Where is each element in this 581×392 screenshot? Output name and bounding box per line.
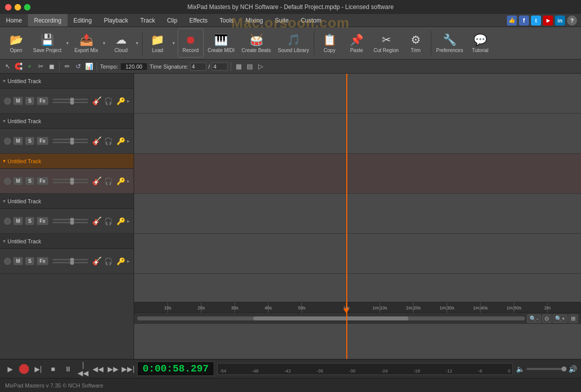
- pencil-tool-icon[interactable]: ✏: [63, 62, 72, 71]
- grid-snap-icon[interactable]: ▦: [234, 62, 243, 71]
- zoom-in-button[interactable]: 🔍+: [552, 314, 567, 323]
- track-4-solo[interactable]: S: [25, 217, 35, 225]
- track-2-more-icon[interactable]: ▸: [127, 138, 130, 144]
- track-5-mute[interactable]: M: [13, 257, 23, 265]
- track-3-key-icon[interactable]: 🔑: [117, 177, 125, 185]
- menu-recording[interactable]: Recording: [28, 14, 68, 27]
- rewind-button[interactable]: ◀◀: [92, 363, 104, 375]
- track-2-record[interactable]: [4, 138, 11, 145]
- create-midi-button[interactable]: 🎹 Create MIDI: [205, 29, 238, 58]
- sound-library-button[interactable]: 🎵 Sound Library: [275, 29, 312, 58]
- track-1-headphone-icon[interactable]: 🎧: [104, 97, 113, 105]
- beat-grid-icon[interactable]: ▤: [245, 62, 254, 71]
- copy-button[interactable]: 📋 Copy: [316, 29, 342, 58]
- track-5-pan-slider[interactable]: [53, 262, 88, 263]
- track-1-mute[interactable]: M: [13, 97, 23, 105]
- track-5-solo[interactable]: S: [25, 257, 35, 265]
- youtube-icon[interactable]: ▶: [543, 16, 553, 26]
- save-project-button[interactable]: 💾 Save Project: [30, 29, 65, 58]
- zoom-fit-button[interactable]: ⊙: [542, 314, 551, 323]
- track-1-pan-slider[interactable]: [53, 102, 88, 103]
- menu-mixing[interactable]: Mixing: [240, 14, 269, 27]
- menu-suite[interactable]: Suite: [269, 14, 295, 27]
- fast-forward-button[interactable]: ▶▶: [107, 363, 119, 375]
- track-4-instrument-icon[interactable]: 🎸: [92, 216, 102, 226]
- track-4-header[interactable]: ▾ Untitled Track: [0, 194, 134, 209]
- track-3-instrument-icon[interactable]: 🎸: [92, 176, 102, 186]
- track-4-volume-slider[interactable]: [53, 219, 88, 220]
- open-button[interactable]: 📂 Open: [3, 29, 29, 58]
- track-3-solo[interactable]: S: [25, 177, 35, 185]
- zoom-out-button[interactable]: 🔍-: [527, 314, 541, 323]
- cloud-button[interactable]: ☁ Cloud: [108, 29, 134, 58]
- facebook-icon[interactable]: f: [519, 16, 529, 26]
- track-5-headphone-icon[interactable]: 🎧: [104, 257, 113, 265]
- split-tool-icon[interactable]: ✂: [36, 62, 45, 71]
- cursor-tool-icon[interactable]: ↖: [3, 62, 12, 71]
- track-3-fx[interactable]: Fx: [37, 177, 49, 185]
- maximize-button[interactable]: [24, 4, 31, 11]
- timeline-lane-4[interactable]: [134, 194, 581, 234]
- track-1-key-icon[interactable]: 🔑: [117, 97, 125, 105]
- save-project-dropdown[interactable]: ▼: [65, 29, 71, 58]
- track-5-record[interactable]: [4, 258, 11, 265]
- menu-track[interactable]: Track: [134, 14, 161, 27]
- timeline-area[interactable]: 10s 20s 30s 40s 50s 1m 1m;10s 1m;20s 1m;…: [134, 74, 581, 359]
- smart-grid-icon[interactable]: ▷: [256, 62, 265, 71]
- cloud-dropdown[interactable]: ▼: [134, 29, 140, 58]
- track-4-key-icon[interactable]: 🔑: [117, 217, 125, 225]
- load-button[interactable]: 📁 Load: [145, 29, 171, 58]
- track-3-record[interactable]: [4, 178, 11, 185]
- track-1-more-icon[interactable]: ▸: [127, 98, 130, 104]
- timeline-lane-5[interactable]: [134, 234, 581, 274]
- track-4-headphone-icon[interactable]: 🎧: [104, 217, 113, 225]
- timeline-lane-3[interactable]: [134, 154, 581, 194]
- menu-custom[interactable]: Custom: [295, 14, 327, 27]
- menu-editing[interactable]: Editing: [68, 14, 98, 27]
- track-5-key-icon[interactable]: 🔑: [117, 257, 125, 265]
- record-button[interactable]: ⏺ Record: [178, 29, 204, 58]
- paste-button[interactable]: 📌 Paste: [343, 29, 369, 58]
- track-2-solo[interactable]: S: [25, 137, 35, 145]
- track-4-fx[interactable]: Fx: [37, 217, 49, 225]
- timeline-lane-1[interactable]: [134, 74, 581, 114]
- magnet-tool-icon[interactable]: 🧲: [14, 62, 23, 71]
- timeline-scrollbar[interactable]: [137, 316, 525, 320]
- pause-button[interactable]: ⏸: [62, 363, 74, 375]
- time-sig-numerator[interactable]: [190, 63, 206, 71]
- track-1-solo[interactable]: S: [25, 97, 35, 105]
- track-2-instrument-icon[interactable]: 🎸: [92, 136, 102, 146]
- linkedin-icon[interactable]: in: [555, 16, 565, 26]
- step-forward-button[interactable]: ▶|: [32, 363, 44, 375]
- zoom-reset-button[interactable]: ⊞: [568, 314, 578, 323]
- twitter-icon[interactable]: t: [531, 16, 541, 26]
- menu-effects[interactable]: Effects: [183, 14, 213, 27]
- track-1-instrument-icon[interactable]: 🎸: [92, 96, 102, 106]
- mute-tool-icon[interactable]: ◼: [47, 62, 56, 71]
- create-beats-button[interactable]: 🥁 Create Beats: [239, 29, 274, 58]
- volume-slider[interactable]: [526, 368, 566, 370]
- track-5-more-icon[interactable]: ▸: [127, 258, 130, 264]
- track-1-volume-slider[interactable]: [53, 99, 88, 100]
- help-icon[interactable]: ?: [567, 16, 577, 26]
- tutorial-button[interactable]: 💬 Tutorial: [467, 29, 493, 58]
- stop-button[interactable]: ■: [47, 363, 59, 375]
- track-2-fx[interactable]: Fx: [37, 137, 49, 145]
- cut-region-button[interactable]: ✂ Cut Region: [370, 29, 401, 58]
- track-3-pan-slider[interactable]: [53, 182, 88, 183]
- track-5-instrument-icon[interactable]: 🎸: [92, 256, 102, 266]
- skip-start-button[interactable]: |◀◀: [77, 363, 89, 375]
- track-4-mute[interactable]: M: [13, 217, 23, 225]
- export-mix-button[interactable]: 📤 Export Mix: [72, 29, 101, 58]
- record-transport-button[interactable]: [19, 364, 29, 374]
- track-2-headphone-icon[interactable]: 🎧: [104, 137, 113, 145]
- track-2-volume-slider[interactable]: [53, 139, 88, 140]
- thumbs-up-icon[interactable]: 👍: [507, 16, 517, 26]
- track-3-volume-slider[interactable]: [53, 179, 88, 180]
- track-1-fx[interactable]: Fx: [37, 97, 49, 105]
- volume-tool-icon[interactable]: 📊: [85, 62, 94, 71]
- menu-tools[interactable]: Tools: [214, 14, 240, 27]
- timeline-ruler[interactable]: 10s 20s 30s 40s 50s 1m 1m;10s 1m;20s 1m;…: [134, 302, 581, 313]
- track-2-key-icon[interactable]: 🔑: [117, 137, 125, 145]
- track-3-mute[interactable]: M: [13, 177, 23, 185]
